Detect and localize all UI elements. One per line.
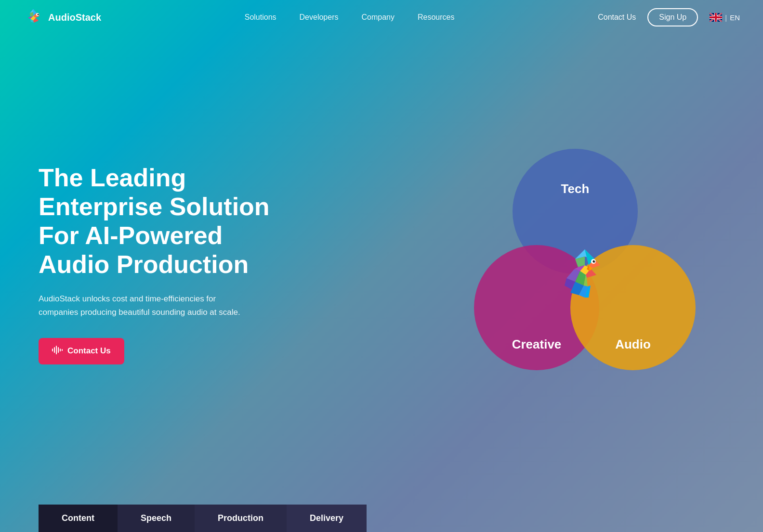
venn-diagram: Tech Creative Audio [474,149,696,380]
nav-links: Solutions Developers Company Resources [245,13,455,22]
hero-section: The Leading Enterprise Solution For AI-P… [0,35,763,484]
svg-rect-21 [56,346,57,354]
svg-point-36 [593,260,595,262]
hero-content: The Leading Enterprise Solution For AI-P… [39,164,289,364]
hero-title: The Leading Enterprise Solution For AI-P… [39,164,289,279]
nav-developers[interactable]: Developers [300,13,339,21]
nav-solutions[interactable]: Solutions [245,13,276,21]
uk-flag-icon [710,13,722,22]
nav-right: Contact Us Sign Up | EN [598,8,740,26]
venn-creative-label: Creative [512,298,562,352]
nav-company[interactable]: Company [362,13,395,21]
nav-contact-link[interactable]: Contact Us [598,13,636,22]
tab-speech[interactable]: Speech [118,505,195,532]
parrot-venn-icon [556,247,614,305]
nav-resources[interactable]: Resources [418,13,454,21]
venn-audio-label: Audio [615,298,651,352]
svg-point-37 [594,260,595,261]
svg-rect-22 [58,347,59,353]
svg-rect-19 [52,349,53,351]
svg-rect-24 [62,349,63,351]
svg-rect-20 [54,347,55,353]
tab-production[interactable]: Production [195,505,287,532]
svg-rect-23 [60,349,61,351]
signup-button[interactable]: Sign Up [647,8,698,26]
tab-content[interactable]: Content [39,505,118,532]
logo-icon [23,7,43,27]
svg-rect-18 [710,16,722,18]
navbar: AudioStack Solutions Developers Company … [0,0,763,35]
venn-tech-label: Tech [561,167,590,196]
brand-name: AudioStack [48,12,101,23]
hero-subtitle: AudioStack unlocks cost and time-efficie… [39,292,241,318]
tab-delivery[interactable]: Delivery [287,505,367,532]
hero-cta-button[interactable]: Contact Us [39,338,124,364]
lang-code: EN [730,13,740,22]
cta-label: Contact Us [67,346,111,356]
logo[interactable]: AudioStack [23,7,101,27]
lang-divider: | [725,13,727,22]
svg-point-9 [38,14,39,15]
language-selector[interactable]: | EN [710,13,740,22]
bottom-tabs: Content Speech Production Delivery [0,505,405,532]
soundwave-icon [52,346,63,357]
